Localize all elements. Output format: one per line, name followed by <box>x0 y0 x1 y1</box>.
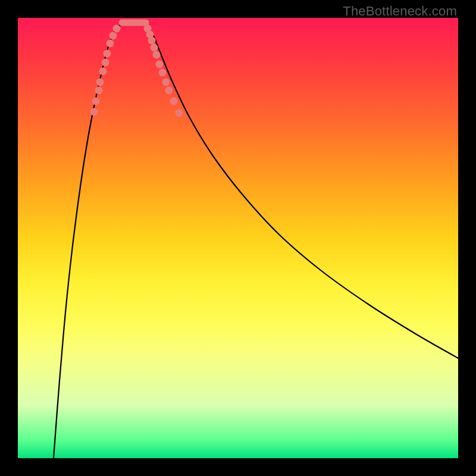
chart-frame: TheBottleneck.com <box>0 0 476 476</box>
data-dot <box>165 87 173 95</box>
curve-left-branch <box>54 23 125 458</box>
data-dot <box>107 40 114 48</box>
data-dot <box>148 37 156 45</box>
data-dot <box>95 87 103 95</box>
data-dot <box>102 59 109 67</box>
data-dot <box>151 44 158 52</box>
scatter-dots-right <box>144 25 183 117</box>
data-dot <box>113 25 121 33</box>
data-dot <box>162 79 170 86</box>
data-dot <box>104 50 111 58</box>
data-dot <box>96 79 104 86</box>
data-dot <box>99 68 107 76</box>
chart-svg <box>18 18 458 458</box>
watermark-text: TheBottleneck.com <box>343 4 457 19</box>
data-dot <box>170 98 178 105</box>
curve-right-branch <box>143 23 458 358</box>
data-dot <box>159 69 167 77</box>
data-dot <box>176 109 183 117</box>
data-dot <box>92 98 100 105</box>
scatter-dots-left <box>90 25 121 116</box>
data-dot <box>90 108 98 116</box>
data-dot <box>109 32 117 40</box>
plot-area <box>18 18 458 458</box>
data-dot <box>153 51 161 59</box>
data-dot <box>156 61 164 68</box>
